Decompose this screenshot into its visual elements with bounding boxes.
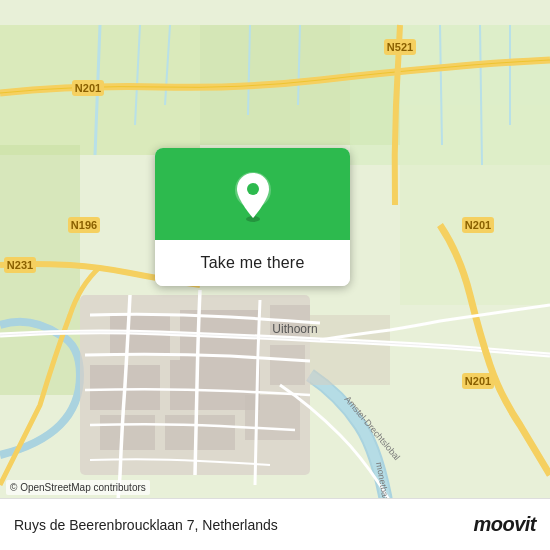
moovit-logo: moovit (473, 513, 536, 536)
take-me-card: Take me there (155, 148, 350, 286)
svg-rect-21 (100, 415, 155, 450)
svg-text:N521: N521 (387, 41, 413, 53)
svg-point-43 (247, 183, 259, 195)
bottom-bar: Ruys de Beerenbroucklaan 7, Netherlands … (0, 498, 550, 550)
svg-text:N201: N201 (465, 375, 491, 387)
svg-rect-24 (310, 315, 390, 385)
svg-rect-4 (400, 105, 550, 305)
svg-text:Uithoorn: Uithoorn (272, 322, 317, 336)
svg-text:N196: N196 (71, 219, 97, 231)
svg-rect-20 (270, 345, 305, 385)
svg-rect-23 (245, 395, 300, 440)
map-container: N201 N521 N231 N196 N201 N201 Uithoorn A… (0, 0, 550, 550)
svg-text:N201: N201 (465, 219, 491, 231)
address-text: Ruys de Beerenbroucklaan 7, Netherlands (14, 517, 278, 533)
attribution-text: © OpenStreetMap contributors (10, 482, 146, 493)
osm-attribution: © OpenStreetMap contributors (6, 480, 150, 495)
moovit-brand-text: moovit (473, 513, 536, 536)
svg-rect-22 (165, 415, 235, 450)
svg-text:N201: N201 (75, 82, 101, 94)
card-green-section (155, 148, 350, 240)
location-pin-icon (231, 170, 275, 224)
take-me-there-button[interactable]: Take me there (155, 240, 350, 286)
svg-text:N231: N231 (7, 259, 33, 271)
